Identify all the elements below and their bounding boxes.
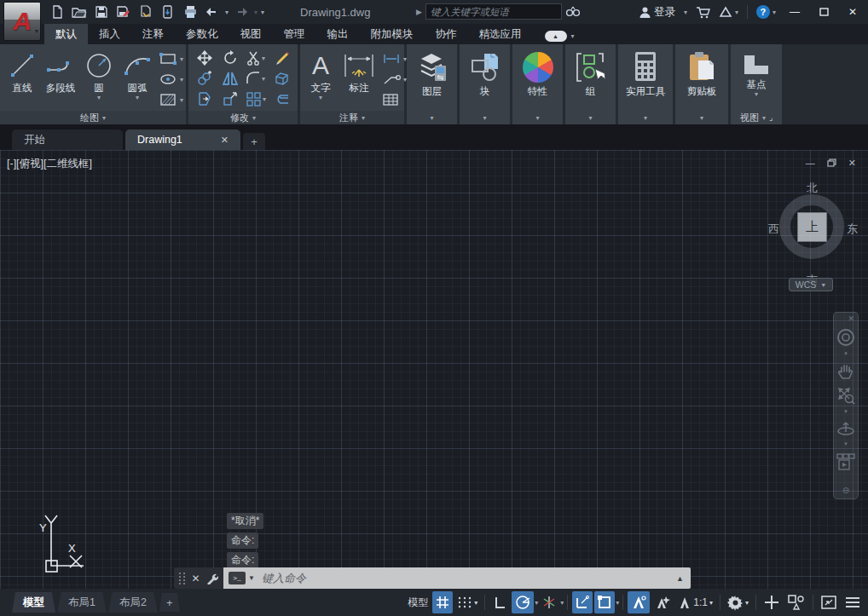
isodraft-toggle[interactable] — [539, 591, 559, 613]
drawing-canvas[interactable]: [-][俯视][二维线框] — ✕ 北 西 东 南 上 WCS ▼ ✕ ▾ — [0, 150, 868, 589]
customization-button[interactable] — [842, 591, 864, 613]
layout-tab-model[interactable]: 模型 — [12, 592, 55, 613]
steering-wheel-dropdown-icon[interactable]: ▾ — [844, 350, 848, 357]
panel-expander-layers[interactable]: ▾ — [407, 111, 457, 124]
text-button[interactable]: A 文字 ▾ — [305, 48, 336, 102]
clean-screen-button[interactable] — [818, 591, 840, 613]
undo-button[interactable] — [203, 3, 222, 20]
group-button[interactable]: 组 — [570, 48, 611, 98]
search-icon[interactable] — [565, 6, 581, 18]
new-drawing-tab-button[interactable]: + — [243, 133, 265, 150]
steering-wheel-button[interactable]: ▾ — [836, 328, 855, 357]
isolate-objects-button[interactable] — [784, 591, 808, 613]
object-snap-tracking-toggle[interactable] — [572, 591, 593, 613]
new-file-button[interactable] — [48, 3, 67, 20]
grid-toggle[interactable] — [432, 591, 453, 613]
zoom-dropdown-icon[interactable]: ▾ — [844, 408, 848, 415]
ribbon-display-dropdown-icon[interactable]: ▾ — [571, 32, 575, 40]
osnap-dropdown-icon[interactable]: ▾ — [616, 599, 619, 607]
snap-dropdown-icon[interactable]: ▾ — [474, 599, 477, 607]
polyline-button[interactable]: 多段线 — [43, 48, 78, 95]
panel-expander-clipboard[interactable]: ▾ — [675, 111, 728, 124]
viewcube[interactable]: 北 西 东 南 上 — [772, 184, 854, 286]
base-point-dropdown-icon[interactable]: ▾ — [755, 90, 758, 98]
viewcube-east[interactable]: 东 — [847, 222, 858, 237]
rectangle-button[interactable]: ▾ — [159, 49, 183, 68]
dimension-button[interactable]: 标注 — [339, 48, 379, 95]
arc-dropdown-icon[interactable]: ▾ — [136, 94, 139, 101]
help-button[interactable]: ?▾ — [756, 5, 776, 19]
doc-close-button[interactable]: ✕ — [848, 158, 856, 167]
workspace-switching-button[interactable]: ▾ — [725, 591, 751, 613]
panel-title-modify[interactable]: 修改▾ — [188, 111, 298, 124]
block-button[interactable]: 块 — [465, 48, 506, 98]
zoom-button[interactable]: ▾ — [836, 386, 855, 415]
command-input[interactable] — [262, 572, 686, 584]
close-tab-icon[interactable]: ✕ — [221, 135, 229, 146]
ortho-toggle[interactable] — [489, 591, 510, 613]
panel-expander-groups[interactable]: ▾ — [565, 111, 616, 124]
move-button[interactable] — [192, 48, 217, 68]
tab-parametric[interactable]: 参数化 — [175, 24, 229, 44]
tab-addins[interactable]: 附加模块 — [360, 24, 425, 44]
leader-button[interactable]: ▾ — [382, 70, 407, 89]
workspace-dropdown-icon[interactable]: ▾ — [745, 599, 749, 607]
pan-button[interactable] — [837, 362, 854, 381]
panel-expander-block[interactable]: ▾ — [460, 111, 510, 124]
recent-commands-dropdown-icon[interactable]: ▼ — [248, 574, 255, 582]
redo-button[interactable] — [232, 3, 251, 20]
command-bar-handle[interactable]: ✕ — [174, 567, 223, 589]
stretch-button[interactable] — [192, 89, 217, 109]
properties-button[interactable]: 特性 — [520, 48, 556, 98]
isodraft-dropdown-icon[interactable]: ▾ — [560, 599, 564, 607]
trim-button[interactable]: ▾ — [243, 48, 269, 68]
search-input[interactable] — [425, 3, 562, 20]
tab-manage[interactable]: 管理 — [273, 24, 316, 44]
autoscale-toggle[interactable] — [651, 591, 674, 613]
array-button[interactable]: ▾ — [243, 89, 269, 109]
ucs-icon[interactable]: Y X — [9, 508, 90, 584]
panel-title-view[interactable]: 视图▾ ⌟ — [731, 111, 782, 124]
search-flyout-icon[interactable]: ▶ — [416, 8, 422, 16]
file-tab-start[interactable]: 开始 — [12, 130, 123, 150]
layers-button[interactable]: 图层 — [412, 48, 453, 98]
minimize-ribbon-button[interactable]: ▲ — [545, 31, 567, 42]
panel-expander-properties[interactable]: ▾ — [512, 111, 563, 124]
tab-output[interactable]: 输出 — [316, 24, 360, 44]
polar-dropdown-icon[interactable]: ▾ — [535, 599, 538, 607]
viewcube-north[interactable]: 北 — [807, 181, 818, 196]
sign-in-button[interactable]: 登录 — [639, 5, 675, 20]
circle-dropdown-icon[interactable]: ▾ — [97, 94, 101, 101]
close-button[interactable]: ✕ — [842, 3, 863, 20]
command-bar-close-icon[interactable]: ✕ — [191, 573, 200, 584]
doc-minimize-button[interactable]: — — [806, 158, 815, 167]
layout-tab-layout2[interactable]: 布局2 — [108, 592, 158, 613]
open-folder-button[interactable] — [70, 3, 89, 20]
annotation-scale-dropdown-icon[interactable]: ▾ — [709, 599, 713, 607]
erase-button[interactable] — [269, 48, 294, 68]
table-button[interactable] — [382, 90, 407, 109]
annotation-scale-button[interactable]: 1:1▾ — [675, 591, 715, 613]
line-button[interactable]: 直线 — [5, 48, 39, 95]
orbit-button[interactable]: ▾ — [836, 420, 856, 447]
circle-button[interactable]: 圆 ▾ — [82, 48, 116, 102]
ellipse-button[interactable]: ▾ — [159, 70, 183, 89]
arc-button[interactable]: 圆弧 ▾ — [119, 48, 155, 102]
doc-restore-button[interactable] — [827, 158, 836, 167]
undo-dropdown-icon[interactable]: ▾ — [225, 9, 229, 16]
orbit-dropdown-icon[interactable]: ▾ — [844, 440, 848, 447]
panel-title-annotate[interactable]: 注释▾ — [300, 111, 404, 124]
file-tab-drawing1[interactable]: Drawing1 ✕ — [125, 130, 240, 150]
save-button[interactable] — [92, 3, 111, 20]
application-menu-button[interactable]: A ▾ — [3, 2, 41, 41]
app-store-button[interactable] — [696, 6, 710, 19]
tab-insert[interactable]: 插入 — [88, 24, 131, 44]
drag-grip-icon[interactable] — [179, 573, 186, 584]
object-snap-toggle[interactable] — [594, 591, 615, 613]
panel-title-draw[interactable]: 绘图▾ — [0, 111, 186, 124]
sign-in-dropdown-icon[interactable]: ▾ — [684, 9, 687, 16]
tab-featured-apps[interactable]: 精选应用 — [468, 24, 533, 44]
command-history-toggle-icon[interactable]: ▲ — [676, 574, 684, 583]
viewcube-west[interactable]: 西 — [768, 222, 779, 237]
layout-tab-layout1[interactable]: 布局1 — [57, 592, 107, 613]
